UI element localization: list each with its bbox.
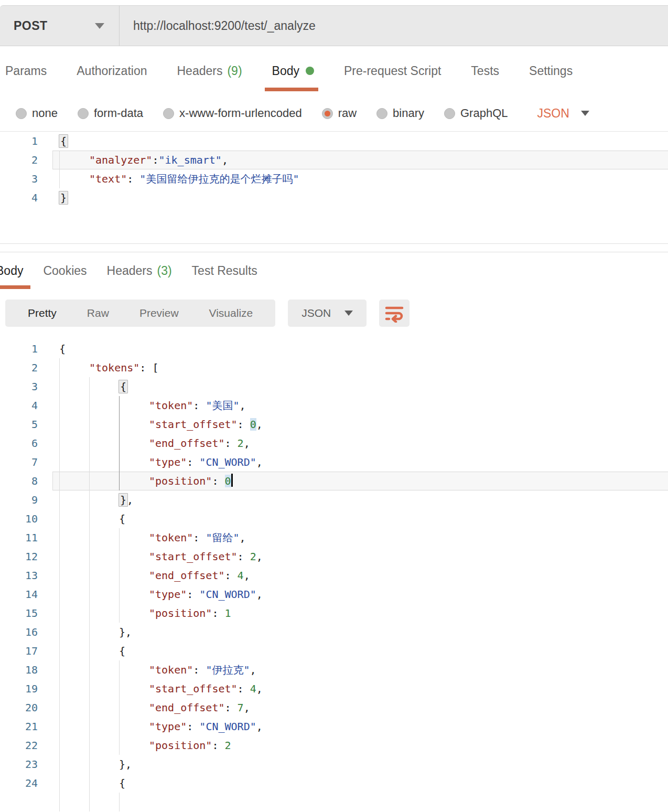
indent-guide [59, 509, 89, 528]
code-line[interactable]: 2"analyzer":"ik_smart", [0, 151, 668, 169]
indent-guide [119, 736, 149, 755]
code-token: 7 [238, 701, 244, 714]
code-line[interactable]: 6"end_offset": 2, [0, 434, 668, 453]
indent-guide [119, 566, 149, 585]
code-token: }, [119, 758, 132, 771]
radio-form-data[interactable]: form-data [78, 106, 143, 120]
request-body-editor[interactable]: 1{2"analyzer":"ik_smart",3"text": "美国留给伊… [0, 131, 668, 243]
response-tab-cookies[interactable]: Cookies [43, 252, 87, 289]
line-number: 17 [0, 642, 52, 660]
code-line[interactable]: 10{ [0, 509, 668, 528]
code-token: , [256, 588, 263, 601]
code-line[interactable]: 24{ [0, 774, 668, 793]
response-tab-headers[interactable]: Headers (3) [107, 252, 172, 289]
code-token: , [256, 456, 263, 468]
response-body-editor[interactable]: 1{2"tokens": [3{4"token": "美国",5"start_o… [0, 339, 668, 811]
code-line[interactable]: 21"type": "CN_WORD", [0, 717, 668, 736]
line-number: 16 [0, 623, 52, 642]
view-visualize[interactable]: Visualize [194, 307, 268, 319]
response-tab-body[interactable]: Body [0, 252, 23, 289]
radio-graphql[interactable]: GraphQL [444, 106, 508, 120]
http-method-dropdown[interactable]: POST [0, 6, 120, 46]
code-line[interactable]: 4} [0, 188, 668, 207]
line-number: 10 [0, 509, 52, 528]
view-pretty[interactable]: Pretty [13, 307, 72, 319]
indent-guide [89, 490, 119, 509]
code-content: "token": "留给", [52, 528, 668, 547]
response-toolbar: Pretty Raw Preview Visualize JSON [5, 300, 668, 327]
tab-settings[interactable]: Settings [529, 46, 573, 95]
indent-guide [89, 547, 119, 566]
code-line[interactable]: 1{ [0, 132, 668, 151]
radio-none[interactable]: none [16, 106, 58, 120]
line-number: 3 [0, 169, 52, 188]
response-format-dropdown[interactable]: JSON [288, 300, 367, 327]
code-line[interactable]: 3"text": "美国留给伊拉克的是个烂摊子吗" [0, 169, 668, 188]
indent-guide [119, 396, 149, 415]
indent-guide [59, 528, 89, 547]
code-token: : [225, 701, 238, 714]
code-line[interactable]: 14"type": "CN_WORD", [0, 585, 668, 604]
indent-guide [89, 736, 119, 755]
code-line[interactable]: 8"position": 0 [0, 472, 668, 490]
tab-tests[interactable]: Tests [471, 46, 499, 95]
code-line[interactable]: 3{ [0, 377, 668, 396]
indent-guide [119, 585, 149, 604]
code-token: : [238, 418, 250, 431]
indent-guide [59, 642, 89, 660]
code-content: "end_offset": 2, [52, 434, 668, 453]
code-line[interactable]: 15"position": 1 [0, 604, 668, 623]
indent-guide [59, 169, 89, 188]
code-line[interactable]: 11"token": "留给", [0, 528, 668, 547]
radio-raw[interactable]: raw [322, 106, 357, 120]
line-number: 24 [0, 774, 52, 793]
code-line[interactable]: 16}, [0, 623, 668, 642]
line-number: 8 [0, 472, 52, 490]
code-line[interactable]: 13"end_offset": 4, [0, 566, 668, 585]
word-wrap-button[interactable] [379, 300, 410, 327]
raw-language-dropdown[interactable]: JSON [537, 106, 589, 121]
response-tab-test-results[interactable]: Test Results [192, 252, 257, 289]
tab-authorization[interactable]: Authorization [77, 46, 147, 95]
code-token: "伊拉克" [206, 664, 250, 676]
indent-guide [59, 377, 89, 396]
code-token: "token" [149, 531, 193, 544]
code-line[interactable]: 4"token": "美国", [0, 396, 668, 415]
indent-guide [119, 793, 149, 811]
tab-params[interactable]: Params [5, 46, 47, 95]
code-line[interactable]: 7"type": "CN_WORD", [0, 453, 668, 472]
code-line[interactable]: 2"tokens": [ [0, 358, 668, 377]
code-line[interactable]: 23}, [0, 755, 668, 774]
code-content: "analyzer":"ik_smart", [52, 151, 668, 169]
indent-guide [59, 453, 89, 472]
code-token: { [118, 380, 128, 393]
view-raw[interactable]: Raw [72, 307, 124, 319]
code-line[interactable]: 1{ [0, 339, 668, 358]
code-line[interactable]: 19"start_offset": 4, [0, 679, 668, 698]
code-line[interactable]: 17{ [0, 642, 668, 660]
code-line[interactable]: 5"start_offset": 0, [0, 415, 668, 434]
line-number: 2 [0, 358, 52, 377]
code-line[interactable] [0, 793, 668, 811]
code-line[interactable]: 12"start_offset": 2, [0, 547, 668, 566]
code-token: : [127, 173, 139, 185]
tab-pre-request-script[interactable]: Pre-request Script [344, 46, 441, 95]
code-token: 0 [250, 418, 256, 431]
radio-x-www-form-urlencoded[interactable]: x-www-form-urlencoded [163, 106, 302, 120]
code-token: , [256, 682, 263, 695]
tab-body[interactable]: Body [272, 46, 314, 95]
code-line[interactable]: 22"position": 2 [0, 736, 668, 755]
code-line[interactable]: 20"end_offset": 7, [0, 698, 668, 717]
url-input[interactable]: http://localhost:9200/test/_analyze [120, 6, 668, 46]
radio-binary[interactable]: binary [376, 106, 424, 120]
code-token: "end_offset" [149, 437, 225, 450]
view-preview[interactable]: Preview [124, 307, 194, 319]
code-line[interactable]: 18"token": "伊拉克", [0, 660, 668, 679]
code-token: } [59, 191, 68, 205]
indent-guide [89, 623, 119, 642]
code-line[interactable]: 9}, [0, 490, 668, 509]
tab-headers[interactable]: Headers (9) [177, 46, 242, 95]
indent-guide [119, 415, 149, 434]
line-number: 22 [0, 736, 52, 755]
indent-guide [59, 358, 89, 377]
